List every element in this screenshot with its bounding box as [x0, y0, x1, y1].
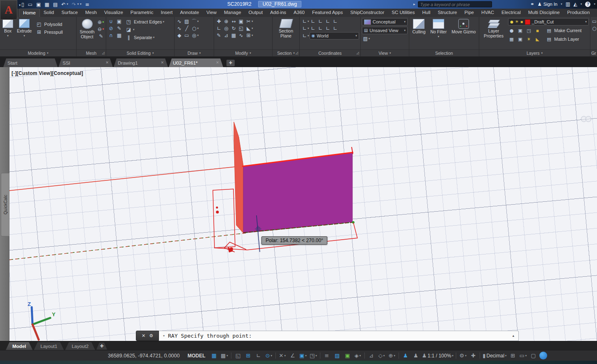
ucs-previous-icon[interactable]: ∟: [301, 25, 308, 32]
ucs-icon[interactable]: ∟: [301, 18, 308, 25]
slice-icon[interactable]: ▣: [116, 18, 123, 25]
ribbon-tab-production[interactable]: Production: [563, 9, 593, 17]
layer-lock-icon[interactable]: ▪: [534, 27, 541, 34]
ucs-view-caret-icon[interactable]: ▾: [308, 34, 309, 37]
ribbon-tab-a360[interactable]: A360: [290, 9, 308, 17]
selection-filter-button[interactable]: ◇▾: [377, 352, 387, 360]
lineweight-toggle[interactable]: ≡: [322, 352, 332, 360]
ribbon-tab-visualize[interactable]: Visualize: [100, 9, 127, 17]
panel-label-selection[interactable]: Selection: [409, 49, 479, 56]
ribbon-tab-hull[interactable]: Hull: [418, 9, 434, 17]
signin-dropdown-icon[interactable]: ▾: [561, 3, 562, 6]
tab-model[interactable]: Model: [6, 342, 33, 350]
arc-icon[interactable]: ⌒: [191, 18, 198, 25]
clean-screen-button[interactable]: [539, 352, 547, 359]
panel-label-mesh[interactable]: Mesh ◿: [77, 49, 106, 56]
ribbon-tab-mesh[interactable]: Mesh: [82, 9, 100, 17]
command-customize-wrench-icon[interactable]: ⚙: [149, 334, 153, 338]
infer-constraints-toggle[interactable]: ◱: [233, 352, 243, 360]
command-input[interactable]: ▾ RAY Specify through point: ▴: [159, 331, 519, 341]
polar-tracking-toggle[interactable]: ⊙▾: [264, 352, 274, 360]
copy-icon[interactable]: ⊕: [223, 18, 230, 25]
culling-button[interactable]: Culling: [411, 18, 427, 35]
mesh-refine-icon[interactable]: ⊕•: [98, 19, 105, 26]
annotation-visibility-toggle[interactable]: ♟: [401, 352, 410, 360]
layer-unisolate-icon[interactable]: ▦: [508, 36, 515, 42]
ucs-named-icon[interactable]: ∟: [310, 18, 317, 25]
arc-caret-icon[interactable]: ▾: [197, 20, 199, 23]
polygon-icon[interactable]: ◆: [176, 32, 183, 39]
isometric-drafting-toggle[interactable]: ✕▾: [278, 352, 287, 360]
ortho-mode-toggle[interactable]: ∟: [254, 352, 264, 360]
tab-layout2[interactable]: Layout2: [65, 342, 95, 350]
named-view-combo[interactable]: ▤ Unsaved View ▾: [362, 27, 408, 34]
ribbon-tab-output[interactable]: Output: [245, 9, 267, 17]
ribbon-tab-electrical[interactable]: Electrical: [498, 9, 525, 17]
ribbon-tab-addins[interactable]: Add-ins: [266, 9, 290, 17]
separate-button[interactable]: ∥ Separate ▾: [124, 34, 173, 41]
file-tab-start[interactable]: Start: [3, 58, 58, 67]
mesh-edit-icon[interactable]: ✎: [98, 33, 105, 40]
mesh-reduce-icon[interactable]: ⊖•: [98, 26, 105, 33]
modify-more-caret-icon[interactable]: ▾: [252, 34, 253, 37]
command-history-icon[interactable]: ▴: [512, 334, 514, 338]
mesh-launcher-icon[interactable]: ◿: [102, 51, 105, 55]
help-button[interactable]: ?: [585, 2, 590, 7]
ucs-prev-caret-icon[interactable]: ▾: [308, 27, 309, 30]
mirror-icon[interactable]: ▣: [238, 18, 245, 25]
layer-off-icon[interactable]: ●: [508, 27, 515, 34]
ucs-face-icon[interactable]: ∟: [324, 18, 331, 25]
ribbon-tab-sc-utilities[interactable]: SC Utilities: [388, 9, 418, 17]
layer-isolate-icon[interactable]: ▣: [517, 27, 524, 34]
save-icon[interactable]: ▣: [36, 2, 41, 7]
panel-label-modify[interactable]: Modify ▾: [214, 49, 272, 56]
layer-freeze-icon[interactable]: ◳: [525, 27, 532, 34]
spline-icon[interactable]: ∿: [176, 25, 183, 32]
workspace-switching-button[interactable]: ⚙▾: [458, 352, 468, 360]
subtract-icon[interactable]: ⊘: [107, 25, 114, 32]
panel-label-view[interactable]: View ▾: [361, 49, 409, 56]
move-gizmo-button[interactable]: Move Gizmo: [450, 18, 477, 35]
save-as-icon[interactable]: ▦: [44, 2, 49, 7]
section-launcher-icon[interactable]: ◿: [296, 51, 298, 55]
match-layer-button[interactable]: ▤ Match Layer: [544, 35, 581, 43]
ribbon-tab-insert[interactable]: Insert: [157, 9, 176, 17]
trim-caret-icon[interactable]: ▾: [252, 20, 253, 23]
ucs-caret-icon[interactable]: ▾: [308, 20, 309, 23]
presspull-button[interactable]: ⊞ Presspull: [34, 28, 64, 36]
trim-icon[interactable]: ✂: [245, 18, 252, 25]
redo-icon[interactable]: ↷: [72, 2, 76, 7]
ucs-z-icon[interactable]: ∟: [317, 25, 324, 32]
object-snap-toggle[interactable]: ▣▾: [298, 352, 308, 360]
visual-style-combo[interactable]: Conceptual ▾: [362, 18, 408, 26]
annotation-autoscale-toggle[interactable]: ♟: [411, 352, 421, 360]
isolate-objects-button[interactable]: ▢: [528, 352, 538, 360]
circle-caret-icon[interactable]: ▾: [197, 27, 199, 30]
recent-commands-icon[interactable]: ▾: [163, 334, 165, 338]
command-close-icon[interactable]: ✕: [142, 334, 145, 338]
ucs-view-icon[interactable]: ∟: [301, 33, 308, 39]
viewport-controls-label[interactable]: [-][Custom View][Conceptual]: [12, 70, 83, 76]
smooth-object-button[interactable]: Smooth Object: [78, 18, 96, 40]
quick-properties-button[interactable]: ⊞: [508, 352, 518, 360]
group-icon[interactable]: ▭: [591, 18, 597, 25]
new-drawing-tab-button[interactable]: ✚: [226, 60, 235, 66]
help-dropdown-icon[interactable]: ▾: [594, 3, 595, 6]
qat-customize-icon[interactable]: ▾: [80, 3, 82, 6]
viewport-config-caret-icon[interactable]: ▾: [368, 37, 370, 40]
panel-label-modeling[interactable]: Modeling ▾: [0, 49, 76, 56]
units-button[interactable]: ▮ Decimal ▾: [482, 352, 507, 360]
new-layout-button[interactable]: ✚: [96, 343, 107, 350]
ribbon-tab-solid[interactable]: Solid: [40, 9, 58, 17]
ucs-combo[interactable]: ◉ World ▾: [310, 32, 359, 40]
close-tab-icon[interactable]: ✕: [161, 61, 164, 65]
extract-edges-button[interactable]: ◳ Extract Edges ▾: [124, 18, 173, 26]
layer-properties-button[interactable]: Layer Properties: [480, 18, 507, 39]
polyline-icon[interactable]: ∿: [176, 18, 183, 25]
ribbon-tab-manage[interactable]: Manage: [220, 9, 245, 17]
chamfer-caret-icon[interactable]: ▾: [252, 27, 253, 30]
panel-label-section[interactable]: Section ▾ ◿: [273, 49, 299, 56]
help-search-input[interactable]: [418, 1, 492, 7]
gizmo-selector-button[interactable]: ⊕▾: [387, 352, 397, 360]
redo-dropdown-icon[interactable]: ▾: [77, 3, 79, 6]
